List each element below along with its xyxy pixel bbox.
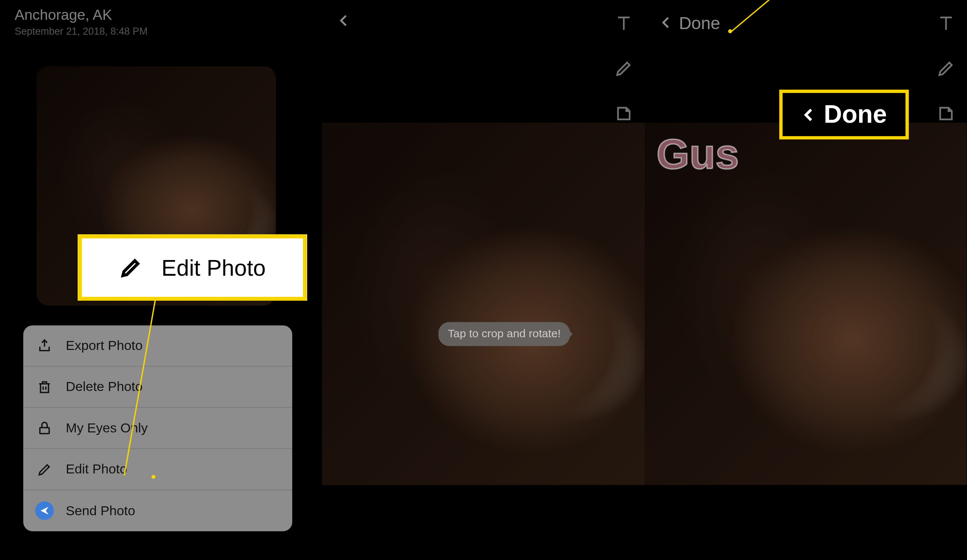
crop-tooltip: Tap to crop and rotate!	[439, 322, 570, 346]
sticker-tool-icon[interactable]	[934, 102, 957, 125]
edit-topbar	[322, 13, 644, 31]
photo-canvas[interactable]	[322, 123, 644, 485]
action-sheet: Export Photo Delete Photo My Eyes Only E…	[23, 325, 292, 531]
export-icon	[35, 336, 54, 355]
menu-label: Send Photo	[66, 503, 135, 518]
menu-edit-photo[interactable]: Edit Photo	[23, 449, 292, 490]
trash-icon	[35, 377, 54, 396]
menu-export-photo[interactable]: Export Photo	[23, 325, 292, 366]
svg-rect-0	[40, 427, 49, 433]
callout-done: Done	[779, 89, 909, 139]
pencil-tool-icon[interactable]	[934, 57, 957, 80]
lock-icon	[35, 418, 54, 437]
pencil-tool-icon[interactable]	[612, 57, 635, 80]
location-header: Anchorage, AK September 21, 2018, 8:48 P…	[15, 7, 147, 36]
menu-my-eyes-only[interactable]: My Eyes Only	[23, 408, 292, 449]
menu-send-photo[interactable]: Send Photo	[23, 490, 292, 531]
edit-topbar: Done	[645, 13, 967, 34]
annotation-dot	[152, 475, 156, 479]
send-icon	[35, 501, 54, 520]
done-label[interactable]: Done	[679, 13, 720, 34]
pencil-icon	[35, 460, 54, 479]
text-tool-icon[interactable]	[934, 12, 957, 35]
sticker-tool-icon[interactable]	[612, 102, 635, 125]
text-overlay[interactable]: Gus	[657, 130, 739, 179]
text-tool-icon[interactable]	[612, 12, 635, 35]
menu-label: Edit Photo	[66, 461, 127, 477]
callout-edit-photo: Edit Photo	[78, 234, 307, 301]
back-button[interactable]	[337, 13, 351, 31]
annotation-dot	[728, 29, 732, 33]
done-button[interactable]	[659, 15, 674, 32]
location-date: September 21, 2018, 8:48 PM	[15, 25, 147, 36]
location-title: Anchorage, AK	[15, 7, 147, 24]
menu-delete-photo[interactable]: Delete Photo	[23, 367, 292, 408]
menu-label: Export Photo	[66, 338, 143, 353]
menu-label: Delete Photo	[66, 379, 143, 394]
menu-label: My Eyes Only	[66, 420, 148, 436]
callout-label: Edit Photo	[162, 255, 266, 280]
callout-label: Done	[824, 100, 887, 129]
